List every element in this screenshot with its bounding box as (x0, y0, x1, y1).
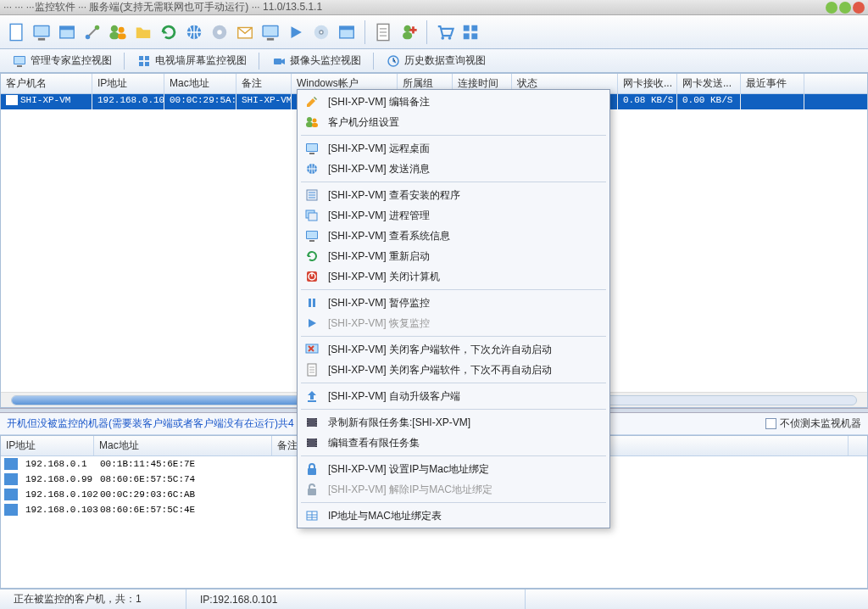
svg-rect-51 (309, 153, 314, 154)
toolbar-disc-button[interactable] (209, 21, 231, 43)
svg-point-21 (320, 30, 323, 33)
context-menu-item: [SHI-XP-VM] 解除IP与MAC地址绑定 (299, 479, 608, 500)
context-menu-item[interactable]: [SHI-XP-VM] 关闭计算机 (299, 266, 608, 287)
cam-icon (271, 53, 287, 69)
svg-point-88 (315, 439, 316, 440)
toolbar-folder-button[interactable] (132, 21, 154, 43)
context-menu-item[interactable]: [SHI-XP-VM] 编辑备注 (299, 92, 608, 112)
svg-rect-0 (10, 24, 22, 40)
context-menu-item[interactable]: [SHI-XP-VM] 自动升级客户端 (299, 386, 608, 406)
svg-rect-12 (118, 33, 126, 39)
svg-point-9 (111, 25, 118, 31)
film-icon (304, 435, 320, 450)
windows-icon (304, 208, 320, 223)
toolbar-page-button[interactable] (5, 21, 27, 43)
toolbar-grid-button[interactable] (459, 21, 481, 43)
context-menu-item[interactable]: 编辑查看有限任务集 (299, 433, 608, 453)
lower-column-header[interactable]: Mac地址 (94, 436, 272, 455)
minimize-button[interactable] (826, 2, 837, 14)
power-icon (304, 269, 320, 284)
doc-icon (304, 362, 320, 377)
toolbar-doc-button[interactable] (372, 21, 394, 43)
context-menu-item[interactable]: [SHI-XP-VM] 暂停监控 (299, 293, 608, 313)
toolbar-net-button[interactable] (81, 21, 103, 43)
svg-rect-5 (60, 26, 75, 30)
main-toolbar (0, 15, 868, 49)
context-menu-item[interactable]: 客户机分组设置 (299, 112, 608, 132)
svg-rect-29 (403, 32, 412, 39)
grid-icon (136, 53, 152, 69)
context-menu-item[interactable]: [SHI-XP-VM] 查看系统信息 (299, 226, 608, 246)
toolbar-cart-button[interactable] (434, 21, 456, 43)
column-header[interactable]: 备注 (236, 74, 292, 93)
toolbar-refresh-button[interactable] (158, 21, 180, 43)
screen-icon (12, 53, 27, 69)
svg-point-80 (315, 422, 316, 422)
toolbar-users-button[interactable] (107, 21, 129, 43)
context-menu-item[interactable]: [SHI-XP-VM] 关闭客户端软件，下次允许自动启动 (299, 339, 608, 360)
toolbar-screen-button[interactable] (259, 21, 281, 43)
window-title: ··· ··· ···监控软件 ··· 服务端(支持无需联网也可手动运行) ··… (3, 0, 826, 14)
context-menu-item[interactable]: [SHI-XP-VM] 设置IP与Mac地址绑定 (299, 459, 608, 479)
column-header[interactable]: 网卡发送... (677, 74, 741, 93)
context-menu-item[interactable]: [SHI-XP-VM] 查看安装的程序 (299, 185, 608, 205)
view-tab-2[interactable]: 摄像头监控视图 (264, 51, 368, 71)
refresh-icon (304, 249, 320, 264)
column-header[interactable]: Mac地址 (164, 74, 236, 93)
svg-rect-19 (267, 37, 274, 40)
pause-icon (304, 295, 320, 310)
context-menu-item[interactable]: [SHI-XP-VM] 关闭客户端软件，下次不再自动启动 (299, 360, 608, 380)
toolbar-app-button[interactable] (336, 21, 358, 43)
svg-point-87 (307, 444, 308, 445)
context-menu-item[interactable]: [SHI-XP-VM] 发送消息 (299, 159, 608, 179)
context-menu-item[interactable]: [SHI-XP-VM] 重新启动 (299, 246, 608, 266)
screen-icon (304, 228, 320, 243)
svg-point-78 (307, 424, 308, 425)
column-header[interactable]: 网卡接收... (618, 74, 677, 93)
svg-point-85 (307, 439, 308, 440)
lower-column-header[interactable]: IP地址 (1, 436, 94, 455)
view-tab-1[interactable]: 电视墙屏幕监控视图 (130, 51, 253, 71)
svg-rect-40 (145, 56, 149, 60)
client-context-menu: [SHI-XP-VM] 编辑备注客户机分组设置[SHI-XP-VM] 远程桌面[… (297, 89, 610, 528)
pencil-icon (304, 94, 320, 109)
users-icon (304, 115, 320, 130)
svg-rect-50 (307, 144, 317, 151)
column-header[interactable]: 最近事件 (741, 74, 804, 93)
toolbar-adduser-button[interactable] (398, 21, 420, 43)
svg-rect-33 (471, 25, 477, 31)
svg-rect-92 (308, 489, 316, 495)
svg-point-45 (307, 117, 312, 122)
svg-rect-18 (264, 26, 278, 36)
window-controls (826, 2, 865, 14)
toolbar-globe-button[interactable] (183, 21, 205, 43)
context-menu-item[interactable]: [SHI-XP-VM] 远程桌面 (299, 138, 608, 159)
svg-rect-23 (340, 26, 354, 30)
column-header[interactable]: 客户机名 (1, 74, 92, 93)
svg-rect-32 (464, 25, 470, 31)
globe-icon (304, 161, 320, 176)
svg-point-90 (315, 444, 316, 445)
unlock-icon (304, 482, 320, 497)
toolbar-play-button[interactable] (285, 21, 307, 43)
toolbar-screen-button[interactable] (31, 21, 53, 43)
computer-icon (4, 473, 18, 485)
svg-point-77 (307, 422, 308, 422)
context-menu-item[interactable]: [SHI-XP-VM] 进程管理 (299, 205, 608, 226)
maximize-button[interactable] (839, 2, 851, 14)
no-detect-checkbox[interactable]: 不侦测未监视机器 (765, 416, 861, 431)
toolbar-cd-button[interactable] (310, 21, 332, 43)
svg-rect-38 (17, 65, 22, 67)
toolbar-app-button[interactable] (56, 21, 78, 43)
column-header[interactable]: IP地址 (92, 74, 164, 93)
context-menu-item[interactable]: IP地址与MAC地址绑定表 (299, 506, 608, 526)
close-button[interactable] (853, 2, 865, 14)
svg-rect-60 (307, 232, 317, 238)
svg-rect-11 (109, 32, 119, 39)
toolbar-mail-button[interactable] (234, 21, 256, 43)
view-tab-3[interactable]: 历史数据查询视图 (379, 51, 492, 71)
view-tab-0[interactable]: 管理专家监控视图 (5, 51, 119, 71)
svg-point-76 (307, 419, 308, 420)
svg-rect-61 (309, 240, 314, 242)
context-menu-item[interactable]: 录制新有限任务集:[SHI-XP-VM] (299, 412, 608, 433)
